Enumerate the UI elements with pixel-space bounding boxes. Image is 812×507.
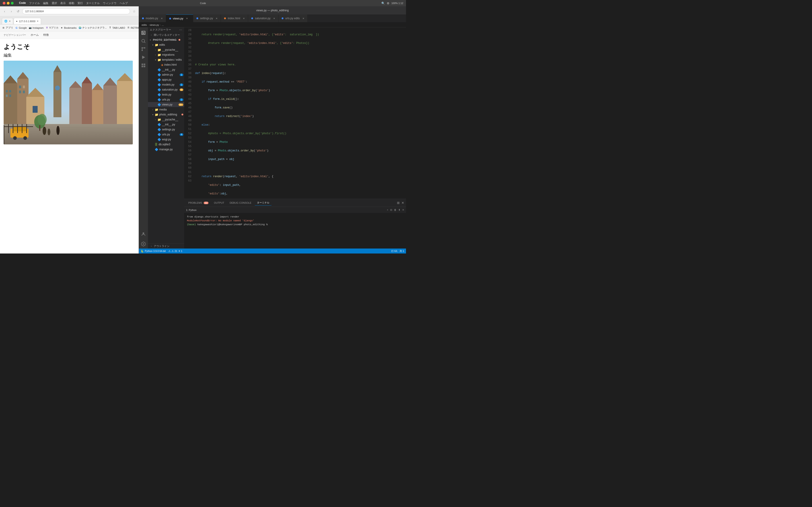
panel-tab-output[interactable]: OUTPUT <box>212 201 226 205</box>
close-button[interactable] <box>3 2 5 5</box>
tree-init-py-1[interactable]: › 🔷 __init__.py <box>148 67 184 72</box>
menu-help[interactable]: ヘルプ <box>120 1 128 5</box>
terminal-max-icon[interactable]: ⬆ <box>398 209 400 211</box>
bookmark-nationalgeo[interactable]: 🌍 ナショナルジオグラ... <box>79 26 107 30</box>
tab-views-py-close[interactable]: ✕ <box>186 17 188 20</box>
status-python[interactable]: 🐍 Python 3.9.0 64-bit <box>141 250 166 252</box>
tree-urls-py-edits[interactable]: › 🔷 urls.py 1 <box>148 97 184 102</box>
tab-index-html[interactable]: index.html ✕ <box>221 14 248 22</box>
tree-db-sqlite3[interactable]: › 🗄 db.sqlite3 <box>148 142 184 147</box>
tab-models-py-close[interactable]: ✕ <box>161 17 163 20</box>
bookmark-instagram[interactable]: 📷 Instagram <box>29 26 44 30</box>
terminal-close-icon[interactable]: ✕ <box>402 209 404 211</box>
tab-urls-py-edits-close[interactable]: ✕ <box>302 17 304 20</box>
status-cursor[interactable]: 行 63、列 1 <box>391 249 404 253</box>
browser-tab-main[interactable]: ● 127.0.0.1:8000 ✕ <box>14 18 41 24</box>
tab-views-py[interactable]: views.py ✕ <box>166 14 193 22</box>
breadcrumb-views-py[interactable]: views.py <box>150 23 159 26</box>
nav-feature[interactable]: 特徴 <box>43 33 49 37</box>
terminal-actions[interactable]: + ⊟ 🗑 ⬆ ✕ <box>387 209 404 211</box>
tree-settings-py[interactable]: › 🔷 settings.py <box>148 127 184 132</box>
browser-tab-newtab[interactable]: 🌐 ✕ <box>2 18 13 24</box>
tab-settings-py-close[interactable]: ✕ <box>216 17 217 20</box>
reload-button[interactable]: ↺ <box>15 9 21 14</box>
menu-select[interactable]: 選択 <box>52 1 57 5</box>
tree-index-html[interactable]: › ◈ index.html <box>148 62 184 67</box>
tree-wsgi-py[interactable]: › 🔷 wsgi.py <box>148 137 184 142</box>
activity-explorer[interactable] <box>140 29 147 37</box>
search-icon[interactable]: 🔍 <box>381 2 385 5</box>
tab-saturation-py-close[interactable]: ✕ <box>273 17 275 20</box>
status-icon[interactable]: ⚙ <box>387 2 390 5</box>
tree-pycache-1[interactable]: › 📁 __pycache__ <box>148 47 184 52</box>
panel-tab-terminal[interactable]: ターミナル <box>255 200 272 206</box>
tree-views-py[interactable]: › 🔷 views.py 9+ <box>148 102 184 107</box>
panel-close-icon[interactable]: ✕ <box>401 201 404 205</box>
terminal-kill-icon[interactable]: 🗑 <box>394 209 397 211</box>
tree-saturation-py[interactable]: › 🔷 saturation.py 5 <box>148 87 184 92</box>
activity-git[interactable] <box>140 46 147 53</box>
tree-edits-folder[interactable]: ▾ 📁 edits <box>148 42 184 47</box>
tree-models-py[interactable]: › 🔷 models.py 1 <box>148 82 184 87</box>
menu-code[interactable]: Code <box>19 1 26 5</box>
tree-pycache-2[interactable]: › 📁 __pycache__ <box>148 117 184 122</box>
tab-close-x[interactable]: ✕ <box>9 20 11 22</box>
tab-close-active[interactable]: ✕ <box>37 20 39 22</box>
menu-window[interactable]: ウィンドウ <box>103 1 116 5</box>
back-button[interactable]: ‹ <box>2 9 7 14</box>
breadcrumb-more[interactable]: ... <box>162 23 164 26</box>
bookmark-bookmarks[interactable]: ★ Bookmarks <box>60 26 77 30</box>
menu-file[interactable]: ファイル <box>29 1 40 5</box>
terminal-new-icon[interactable]: + <box>387 209 388 211</box>
code-lines[interactable]: return render(request, 'edits/index.html… <box>193 27 406 199</box>
activity-settings[interactable] <box>140 240 147 247</box>
outline-section[interactable]: › アウトライン <box>148 243 184 248</box>
panel-split-icon[interactable]: ⊞ <box>397 201 400 205</box>
tree-admin-py[interactable]: › 🔷 admin.py 1 <box>148 72 184 77</box>
menu-edit[interactable]: 編集 <box>43 1 48 5</box>
terminal-split-icon[interactable]: ⊟ <box>390 209 392 211</box>
tree-tests-py[interactable]: › 🔷 tests.py <box>148 92 184 97</box>
minimize-button[interactable] <box>7 2 9 5</box>
tree-manage-py[interactable]: › 🔷 manage.py <box>148 147 184 152</box>
menu-go[interactable]: 移動 <box>69 1 74 5</box>
activity-search[interactable] <box>140 37 147 45</box>
open-editors-header[interactable]: › 開いているエディター <box>148 33 184 37</box>
menu-run[interactable]: 実行 <box>78 1 83 5</box>
address-bar[interactable]: 127.0.0.1:8000/# <box>22 8 130 14</box>
tab-urls-py-edits[interactable]: urls.py edits ✕ <box>278 14 308 22</box>
tree-migrations[interactable]: › 📁 migrations <box>148 52 184 57</box>
menu-view[interactable]: 表示 <box>60 1 66 5</box>
tree-urls-py-main[interactable]: › 🔷 urls.py 4 <box>148 132 184 137</box>
tab-models-py[interactable]: models.py ✕ <box>139 14 166 22</box>
code-content[interactable]: 282930 313233 343536 373839 404142 43444… <box>184 27 406 199</box>
activity-extensions[interactable] <box>140 62 147 69</box>
panel-tab-problems[interactable]: PROBLEMS 22 <box>186 201 211 205</box>
tree-photo-edithing[interactable]: ▾ 📁 photo_edithing <box>148 112 184 117</box>
nav-home[interactable]: ホーム <box>31 33 39 37</box>
bookmark-button[interactable]: ☆ <box>132 9 137 14</box>
tree-init-py-2[interactable]: › 🔷 __init__.py <box>148 122 184 127</box>
bookmark-apps[interactable]: ⊞ アプリ <box>2 26 13 30</box>
new-file-icon[interactable]: ⋯ <box>179 28 183 32</box>
tree-apps-py[interactable]: › 🔷 apps.py <box>148 77 184 82</box>
tab-saturation-py[interactable]: saturation.py ✕ <box>248 14 278 22</box>
activity-account[interactable] <box>140 230 147 238</box>
status-warnings[interactable]: ⚠ ⚠ 21 ✕ 1 <box>168 250 182 252</box>
explorer-actions[interactable]: ⋯ <box>179 28 183 32</box>
bookmark-google[interactable]: G Google <box>15 26 27 30</box>
tab-settings-py[interactable]: settings.py ✕ <box>193 14 221 22</box>
tree-media-folder[interactable]: › 📁 media <box>148 107 184 112</box>
terminal-content[interactable]: from django.shortcuts import render Modu… <box>184 213 406 248</box>
breadcrumb-edits[interactable]: edits <box>142 23 147 26</box>
tab-index-html-close[interactable]: ✕ <box>243 17 245 20</box>
menu-terminal[interactable]: ターミナル <box>86 1 100 5</box>
fullscreen-button[interactable] <box>11 2 14 5</box>
panel-tab-debug[interactable]: DEBUG CONSOLE <box>227 201 254 205</box>
root-folder-header[interactable]: ▾ PHOTO_EDITHING <box>148 37 184 42</box>
forward-button[interactable]: › <box>9 9 14 14</box>
bookmark-vpurika[interactable]: V Vプリカ <box>45 26 58 30</box>
bookmark-tabilabo[interactable]: T TABI LABO <box>108 26 125 30</box>
window-traffic-lights[interactable] <box>3 2 14 5</box>
activity-run[interactable] <box>140 54 147 61</box>
